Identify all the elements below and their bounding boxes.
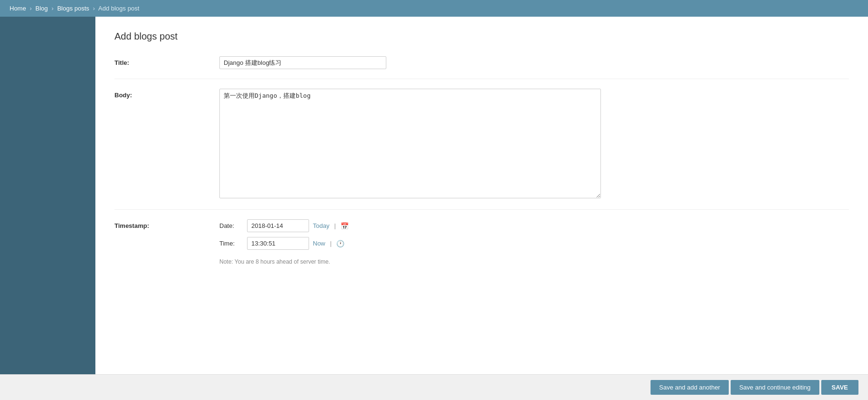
title-input[interactable] [219, 56, 386, 69]
time-pipe: | [330, 240, 331, 247]
timestamp-field-container: Date: Today | 📅 Time: Now | 🕐 [219, 219, 849, 265]
breadcrumb-current: Add blogs post [98, 5, 139, 12]
calendar-icon[interactable]: 📅 [341, 222, 348, 230]
breadcrumb-sep-1: › [30, 5, 31, 12]
breadcrumb-blog[interactable]: Blog [35, 5, 48, 12]
breadcrumb-sep-2: › [52, 5, 53, 12]
body-row: Body: 第一次使用Django，搭建blog [114, 89, 849, 210]
breadcrumb-sep-3: › [93, 5, 95, 12]
clock-icon[interactable]: 🕐 [336, 240, 344, 247]
timestamp-group: Date: Today | 📅 Time: Now | 🕐 [219, 219, 849, 265]
breadcrumb-blogs-posts[interactable]: Blogs posts [57, 5, 89, 12]
date-input[interactable] [247, 219, 309, 232]
page-title: Add blogs post [114, 31, 849, 42]
date-sub-label: Date: [219, 222, 243, 229]
time-row: Time: Now | 🕐 [219, 237, 849, 250]
save-and-add-another-button[interactable]: Save and add another [651, 380, 729, 395]
sidebar [0, 17, 95, 400]
date-pipe: | [334, 222, 336, 229]
body-label: Body: [114, 89, 219, 99]
date-row: Date: Today | 📅 [219, 219, 849, 232]
main-content: Add blogs post Title: Body: 第一次使用Django，… [95, 17, 868, 350]
action-bar: Save and add another Save and continue e… [0, 374, 868, 400]
title-label: Title: [114, 56, 219, 66]
save-button[interactable]: SAVE [821, 380, 858, 395]
content-area: Add blogs post Title: Body: 第一次使用Django，… [95, 17, 868, 400]
today-button[interactable]: Today [313, 222, 330, 229]
server-time-note: Note: You are 8 hours ahead of server ti… [219, 258, 849, 265]
title-field-container [219, 56, 849, 69]
breadcrumb-home[interactable]: Home [10, 5, 26, 12]
time-input[interactable] [247, 237, 309, 250]
timestamp-row: Timestamp: Date: Today | 📅 [114, 219, 849, 275]
body-textarea[interactable]: 第一次使用Django，搭建blog [219, 89, 601, 198]
title-row: Title: [114, 56, 849, 79]
save-and-continue-editing-button[interactable]: Save and continue editing [731, 380, 819, 395]
breadcrumb-bar: Home › Blog › Blogs posts › Add blogs po… [0, 0, 868, 17]
time-sub-label: Time: [219, 240, 243, 247]
now-button[interactable]: Now [313, 240, 325, 247]
body-field-container: 第一次使用Django，搭建blog [219, 89, 849, 200]
timestamp-label: Timestamp: [114, 219, 219, 229]
